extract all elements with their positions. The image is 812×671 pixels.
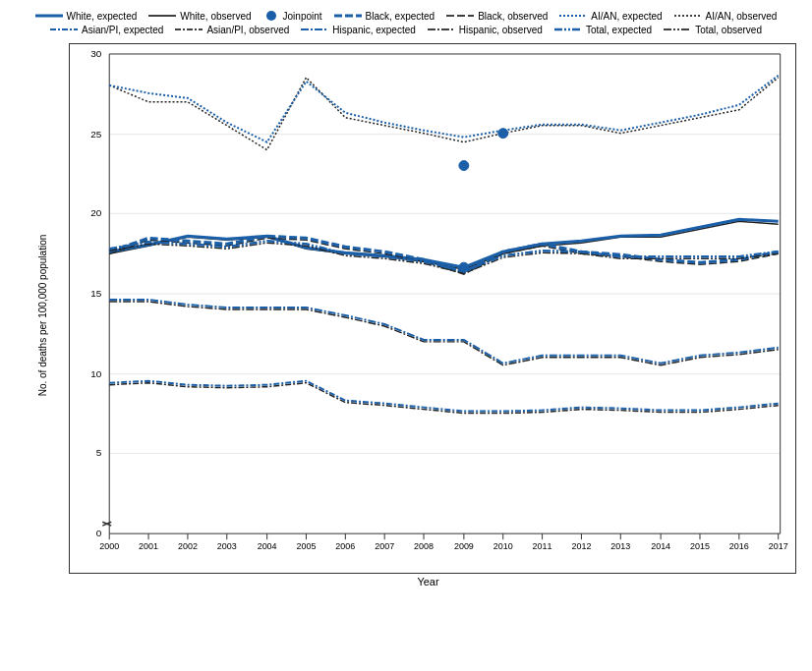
legend-total-observed: Total, observed <box>664 24 762 35</box>
legend-label: Black, expected <box>366 11 435 22</box>
main-chart-svg: 0 5 10 15 20 25 30 2000 2001 2002 2003 2… <box>69 43 796 574</box>
hispanic-expected-line <box>109 300 778 363</box>
svg-text:2017: 2017 <box>769 541 788 551</box>
legend-label: White, expected <box>67 11 138 22</box>
svg-text:2005: 2005 <box>297 541 317 551</box>
legend-asianpi-observed: Asian/PI, observed <box>175 24 289 35</box>
svg-text:2013: 2013 <box>610 541 630 551</box>
legend-white-expected: White, expected <box>35 10 138 22</box>
legend-label: Hispanic, expected <box>332 25 416 35</box>
legend-label: AI/AN, expected <box>591 11 662 22</box>
aian-observed-line <box>109 78 778 150</box>
total-expected-line <box>109 241 778 271</box>
legend-total-expected: Total, expected <box>554 24 652 35</box>
svg-text:2006: 2006 <box>335 541 355 551</box>
legend-label: Asian/PI, observed <box>206 25 289 35</box>
legend-black-expected: Black, expected <box>334 10 435 22</box>
svg-text:2015: 2015 <box>690 541 710 551</box>
svg-text:0: 0 <box>96 528 102 538</box>
svg-text:2001: 2001 <box>139 541 158 551</box>
svg-text:5: 5 <box>96 447 102 458</box>
legend-label: Total, expected <box>586 25 652 35</box>
chart-wrapper: No. of deaths per 100,000 population <box>69 43 787 587</box>
joinpoint-1 <box>459 262 469 272</box>
joinpoint-3 <box>459 161 469 171</box>
svg-text:15: 15 <box>90 288 102 299</box>
legend-label: Asian/PI, expected <box>82 25 163 35</box>
svg-point-2 <box>266 11 276 21</box>
svg-text:2002: 2002 <box>178 541 198 551</box>
svg-text:2016: 2016 <box>729 541 749 551</box>
legend-joinpoint: Joinpoint <box>263 10 322 22</box>
svg-text:2009: 2009 <box>454 541 474 551</box>
svg-text:10: 10 <box>90 368 102 379</box>
x-axis-label: Year <box>69 576 787 587</box>
svg-text:2010: 2010 <box>493 541 513 551</box>
legend-label: White, observed <box>180 11 251 22</box>
svg-text:20: 20 <box>90 207 102 218</box>
chart-container: White, expected White, observed Joinpoin… <box>0 0 812 671</box>
asianpi-observed-line <box>109 383 778 414</box>
legend-label: Joinpoint <box>283 11 322 22</box>
svg-text:25: 25 <box>90 129 102 140</box>
svg-text:2012: 2012 <box>571 541 591 551</box>
svg-text:2011: 2011 <box>533 541 552 551</box>
aian-expected-line <box>109 76 778 142</box>
legend-asianpi-expected: Asian/PI, expected <box>50 24 163 35</box>
asianpi-expected-line <box>109 381 778 412</box>
y-axis-label: No. of deaths per 100,000 population <box>37 232 48 399</box>
legend-label: Black, observed <box>478 11 548 22</box>
legend-label: Total, observed <box>695 25 762 35</box>
legend-aian-expected: AI/AN, expected <box>559 10 662 22</box>
legend-aian-observed: AI/AN, observed <box>674 10 778 22</box>
svg-text:2000: 2000 <box>99 541 119 551</box>
total-observed-line <box>109 243 778 273</box>
legend-white-observed: White, observed <box>148 10 251 22</box>
legend: White, expected White, observed Joinpoin… <box>10 10 802 35</box>
joinpoint-2 <box>498 129 508 139</box>
legend-label: AI/AN, observed <box>706 11 778 22</box>
legend-label: Hispanic, observed <box>459 25 543 35</box>
svg-text:2007: 2007 <box>375 541 394 551</box>
svg-text:2008: 2008 <box>414 541 434 551</box>
legend-hispanic-observed: Hispanic, observed <box>428 24 543 35</box>
legend-black-observed: Black, observed <box>446 10 548 22</box>
hispanic-observed-line <box>109 302 778 365</box>
legend-hispanic-expected: Hispanic, expected <box>301 24 416 35</box>
svg-text:2014: 2014 <box>651 541 670 551</box>
svg-text:2003: 2003 <box>217 541 237 551</box>
svg-text:30: 30 <box>90 48 102 59</box>
svg-text:2004: 2004 <box>258 541 277 551</box>
